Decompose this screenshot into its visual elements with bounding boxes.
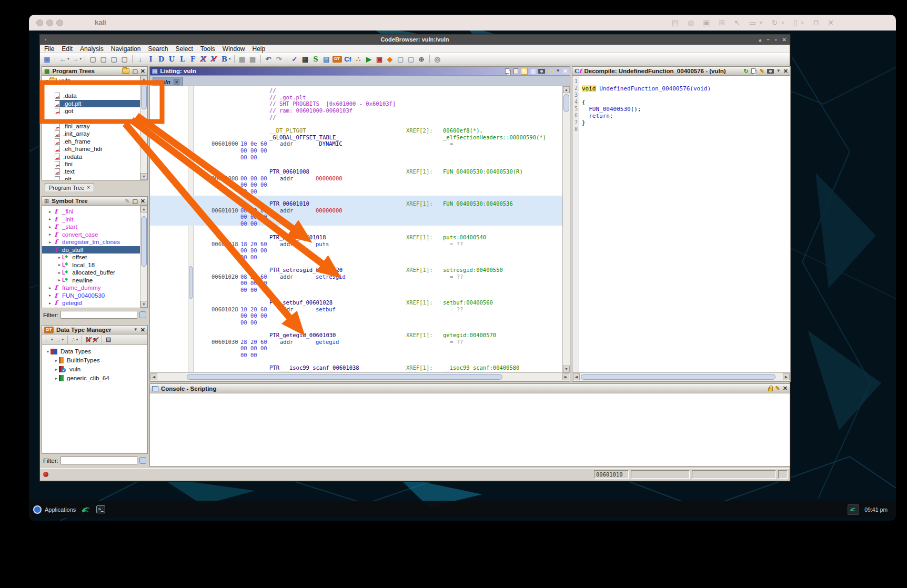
menu-help[interactable]: Help xyxy=(253,45,266,53)
datatype-builtintypes[interactable]: ▸BuiltInTypes xyxy=(42,357,140,364)
close-panel-icon[interactable]: ✕ xyxy=(783,385,788,392)
listing-header[interactable]: ▤ Listing: vuln ↖ ▥ ▢ ▼ ✕ xyxy=(150,67,570,76)
symbol-newline[interactable]: ▸L◆newline xyxy=(42,277,140,284)
restore-button[interactable]: ▴ xyxy=(759,37,761,43)
save-icon[interactable]: ▣ xyxy=(43,54,52,64)
listing-vscrollbar[interactable]: ▲ ▼ xyxy=(562,86,570,372)
datatype-generic_clib_64[interactable]: ▸generic_clib_64 xyxy=(42,374,140,382)
paste-icon[interactable]: ▢ xyxy=(120,54,129,64)
symbol-getegid[interactable]: ▸fgetegid xyxy=(42,299,140,307)
function-graph-icon[interactable]: ∴ xyxy=(354,54,363,64)
restart-icon[interactable]: ↻ xyxy=(772,19,778,26)
diff-view-icon[interactable]: ▥ xyxy=(530,68,536,74)
symbol-allocated_buffer[interactable]: ▸L◆allocated_buffer xyxy=(42,269,140,276)
datatype-manager-icon[interactable]: DT xyxy=(332,56,342,63)
clipboard-icon[interactable]: ▯ xyxy=(793,19,798,26)
disassemble-icon[interactable]: ↓ xyxy=(136,54,145,64)
menu-select[interactable]: Select xyxy=(175,45,193,53)
copy-icon[interactable] xyxy=(505,68,509,74)
windows-icon[interactable]: ▣ xyxy=(703,19,710,26)
dtm-filter-arrays-icon[interactable]: N xyxy=(86,336,90,343)
clear-v-icon[interactable]: V xyxy=(209,54,218,64)
symbol-_start[interactable]: ▸f_start xyxy=(42,223,140,230)
edit-icon[interactable]: ✎ xyxy=(760,68,764,74)
listing-overview-bar[interactable] xyxy=(188,86,194,372)
tray-vpn-icon[interactable] xyxy=(848,504,859,515)
data-type-manager-header[interactable]: DT Data Type Manager ▼ ✕ xyxy=(42,326,147,334)
maximize-button[interactable]: ▪ xyxy=(775,37,777,43)
close-vm-icon[interactable]: ✕ xyxy=(828,19,834,26)
symbol-tree-scrollbar[interactable]: ▲ ▼ xyxy=(140,206,147,308)
export-icon[interactable]: ▢ xyxy=(132,198,137,204)
close-panel-icon[interactable]: ✕ xyxy=(140,327,145,333)
snapshot-camera-icon[interactable] xyxy=(538,69,545,74)
close-panel-icon[interactable]: ✕ xyxy=(140,68,145,75)
display-icon[interactable]: ▭ xyxy=(749,19,756,26)
dtm-menu-icon[interactable]: ▼ xyxy=(134,328,138,332)
vm-close-button[interactable] xyxy=(36,19,43,26)
close-button[interactable]: ✕ xyxy=(782,37,787,43)
tree-item-.fini[interactable]: .fini xyxy=(55,160,140,168)
back-icon-dropdown[interactable]: ▾ xyxy=(67,57,69,61)
terminal-launcher-icon[interactable]: >_ xyxy=(96,505,105,513)
window-b-icon[interactable]: ▢ xyxy=(407,54,416,64)
ghidra-titlebar[interactable]: CodeBrowser: vuln:/vuln ▴−▪✕ xyxy=(40,35,790,45)
tree-item-.text[interactable]: .text xyxy=(55,168,140,175)
export-icon[interactable]: ▢ xyxy=(132,68,137,74)
tree-root-vuln[interactable]: ▾vuln xyxy=(44,77,140,84)
snapshot-camera-icon[interactable] xyxy=(767,69,774,74)
edit-icon[interactable]: ✎ xyxy=(775,386,780,391)
menu-file[interactable]: File xyxy=(44,45,54,53)
symbol-offset[interactable]: ▸L◆offset xyxy=(42,254,140,261)
menu-search[interactable]: Search xyxy=(148,45,168,53)
header-dropdown-icon[interactable]: ▼ xyxy=(777,69,781,73)
tree-item-.rodata[interactable]: .rodata xyxy=(55,153,140,160)
console-view-icon[interactable]: ▣ xyxy=(375,54,384,64)
open-folder-icon[interactable] xyxy=(122,68,129,74)
bookmark-b-icon-dropdown[interactable]: ▾ xyxy=(229,57,231,61)
symbol-deregister_tm_clones[interactable]: ▸fderegister_tm_clones xyxy=(42,238,140,246)
tree-item-obscured[interactable] xyxy=(55,85,140,92)
scroll-lock-icon[interactable] xyxy=(768,388,773,391)
applications-menu-icon[interactable] xyxy=(33,505,42,514)
copy-icon[interactable] xyxy=(751,68,755,74)
clone-window-icon[interactable]: ▢ xyxy=(548,68,553,74)
instruction-i-icon[interactable]: I xyxy=(146,54,155,64)
listing-tab-vuln[interactable]: *vuln × xyxy=(153,77,183,86)
display-icon-chevron[interactable]: ∨ xyxy=(759,20,763,25)
data-d-icon[interactable]: D xyxy=(157,54,166,64)
datatype-data-types[interactable]: ▾Data Types xyxy=(42,348,140,355)
clipboard-icon-chevron[interactable]: ∨ xyxy=(801,20,804,25)
dtm-tree-icon[interactable]: ∴ xyxy=(72,336,76,343)
tree-item-.eh_frame[interactable]: .eh_frame xyxy=(55,138,140,145)
symbol-_fini[interactable]: ▸f_fini xyxy=(42,208,140,215)
symbol-filter-input[interactable] xyxy=(61,311,137,319)
symbol-_init[interactable]: ▸f_init xyxy=(42,216,140,223)
redo-icon[interactable]: ↷ xyxy=(275,54,284,64)
link-icon[interactable]: ⊕ xyxy=(417,54,426,64)
paste-icon[interactable] xyxy=(513,68,518,74)
symbol-FUN_00400530[interactable]: ▸fFUN_00400530 xyxy=(42,292,140,299)
menu-navigation[interactable]: Navigation xyxy=(111,45,141,53)
edit-disabled-icon[interactable]: ✎ xyxy=(125,198,129,204)
symbol-local_18[interactable]: ▸L◆local_18 xyxy=(42,261,140,269)
screenshot-icon[interactable]: ▤ xyxy=(672,19,679,26)
tab-close-icon[interactable]: × xyxy=(174,79,179,85)
dtm-forward-icon[interactable]: → xyxy=(55,336,62,343)
undo-icon[interactable]: ↶ xyxy=(264,54,273,64)
refresh-icon[interactable]: ↻ xyxy=(743,68,748,74)
close-panel-icon[interactable]: ✕ xyxy=(783,68,788,75)
symbol-tree-header[interactable]: ⊞ Symbol Tree ✎ ▢ ✕ xyxy=(42,197,147,206)
forward-icon-dropdown[interactable]: ▾ xyxy=(80,57,82,61)
clear-x-icon[interactable]: X xyxy=(199,54,208,64)
console-output[interactable] xyxy=(150,393,790,466)
tree-item-.eh_frame_hdr[interactable]: .eh_frame_hdr xyxy=(55,145,140,153)
patch-icon[interactable]: ▩ xyxy=(238,54,247,64)
tree-item-.plt[interactable]: .plt xyxy=(55,176,140,180)
symbol-convert_case[interactable]: ▸fconvert_case xyxy=(42,231,140,238)
run-icon[interactable]: ▶ xyxy=(365,54,374,64)
minimize-button[interactable]: − xyxy=(767,37,770,43)
menu-analysis[interactable]: Analysis xyxy=(80,45,104,53)
tab-close-icon[interactable]: × xyxy=(87,185,90,190)
undefine-u-icon[interactable]: U xyxy=(167,54,176,64)
